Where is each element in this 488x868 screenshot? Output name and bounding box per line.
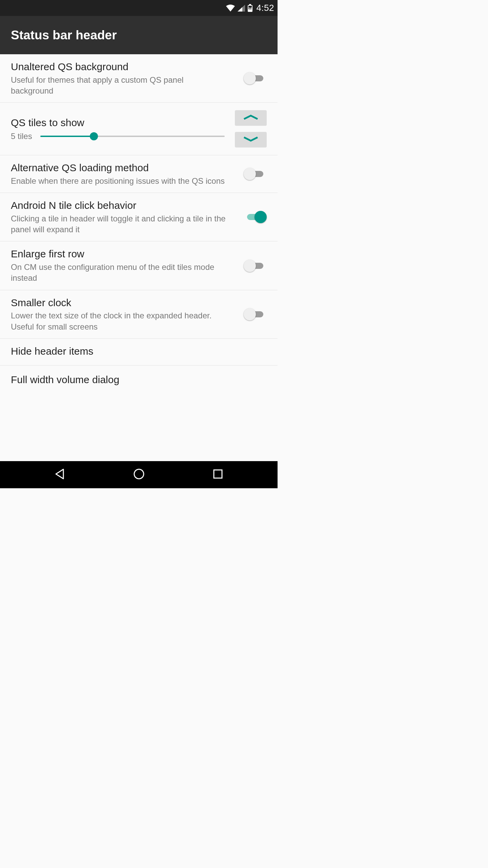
system-status-bar: 65 4:52 (0, 0, 278, 16)
setting-android-n-click[interactable]: Android N tile click behavior Clicking a… (0, 193, 278, 241)
setting-enlarge-first-row[interactable]: Enlarge first row On CM use the configur… (0, 241, 278, 290)
setting-qs-tiles-to-show: QS tiles to show 5 tiles (0, 103, 278, 155)
nav-back-button[interactable] (50, 468, 70, 481)
setting-full-width-volume[interactable]: Full width volume dialog (0, 366, 278, 389)
setting-subtitle: Clicking a tile in header will toggle it… (11, 213, 228, 235)
toggle-unaltered-qs-bg[interactable] (244, 72, 267, 85)
setting-alt-qs-loading[interactable]: Alternative QS loading method Enable whe… (0, 155, 278, 193)
cell-signal-icon (237, 4, 245, 12)
stepper-up-button[interactable] (235, 110, 267, 126)
wifi-icon (226, 4, 235, 12)
setting-title: Unaltered QS background (11, 60, 236, 73)
setting-subtitle: On CM use the configuration menu of the … (11, 262, 228, 284)
toggle-android-n-click[interactable] (244, 210, 267, 224)
chevron-up-icon (243, 114, 259, 122)
setting-title: Android N tile click behavior (11, 199, 236, 212)
svg-rect-4 (214, 470, 222, 478)
setting-title: Enlarge first row (11, 248, 236, 260)
setting-hide-header-items[interactable]: Hide header items (0, 339, 278, 366)
setting-title: Full width volume dialog (11, 373, 259, 386)
action-bar: Status bar header (0, 16, 278, 54)
navigation-bar (0, 461, 278, 488)
setting-subtitle: Enable when there are positioning issues… (11, 176, 228, 186)
battery-level-text: 65 (248, 7, 251, 10)
toggle-enlarge-first-row[interactable] (244, 259, 267, 273)
stepper-down-button[interactable] (235, 132, 267, 147)
page-title: Status bar header (11, 28, 117, 42)
setting-title: Smaller clock (11, 296, 236, 309)
nav-home-button[interactable] (129, 468, 149, 481)
svg-rect-1 (249, 4, 251, 5)
setting-title: QS tiles to show (11, 116, 225, 129)
setting-subtitle: Useful for themes that apply a custom QS… (11, 75, 228, 97)
nav-recent-button[interactable] (208, 468, 228, 481)
qs-tiles-slider[interactable] (40, 131, 225, 142)
toggle-smaller-clock[interactable] (244, 308, 267, 321)
svg-point-3 (134, 469, 144, 479)
status-bar-clock: 4:52 (256, 3, 274, 13)
back-icon (53, 468, 67, 481)
chevron-down-icon (243, 136, 259, 143)
recent-apps-icon (212, 469, 223, 481)
slider-caption: 5 tiles (11, 132, 32, 141)
setting-subtitle: Lower the text size of the clock in the … (11, 310, 228, 332)
settings-list: Unaltered QS background Useful for theme… (0, 54, 278, 461)
setting-title: Alternative QS loading method (11, 161, 236, 174)
setting-unaltered-qs-bg[interactable]: Unaltered QS background Useful for theme… (0, 54, 278, 103)
home-icon (133, 468, 145, 481)
setting-title: Hide header items (11, 345, 259, 358)
setting-smaller-clock[interactable]: Smaller clock Lower the text size of the… (0, 290, 278, 339)
battery-icon: 65 (247, 4, 253, 12)
toggle-alt-qs-loading[interactable] (244, 167, 267, 181)
